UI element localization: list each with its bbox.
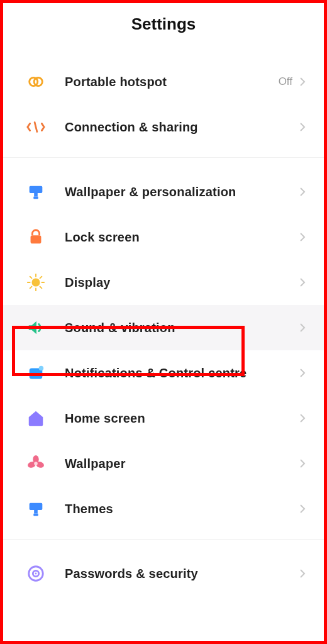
settings-item-wallpaper[interactable]: Wallpaper <box>3 441 324 486</box>
svg-point-20 <box>34 462 38 465</box>
settings-item-connection[interactable]: Connection & sharing <box>3 104 324 150</box>
svg-rect-21 <box>30 503 43 510</box>
svg-point-26 <box>35 573 37 575</box>
settings-item-label: Connection & sharing <box>65 120 299 135</box>
chevron-right-icon <box>299 231 306 243</box>
svg-rect-4 <box>33 197 38 199</box>
svg-line-13 <box>30 287 32 289</box>
settings-item-label: Notifications & Control centre <box>65 366 299 380</box>
header: Settings <box>3 3 324 59</box>
chevron-right-icon <box>299 121 306 133</box>
chevron-right-icon <box>299 567 306 580</box>
lock-icon <box>25 226 47 248</box>
settings-item-label: Wallpaper & personalization <box>65 185 299 199</box>
settings-item-home-screen[interactable]: Home screen <box>3 396 324 441</box>
settings-item-wallpaper-personalization[interactable]: Wallpaper & personalization <box>3 169 324 214</box>
settings-item-value: Off <box>279 75 292 88</box>
svg-rect-3 <box>34 193 38 197</box>
group-divider <box>3 157 324 158</box>
chevron-right-icon <box>299 75 306 88</box>
settings-item-sound[interactable]: Sound & vibration <box>3 305 324 350</box>
chevron-right-icon <box>299 321 306 334</box>
svg-rect-23 <box>33 514 38 516</box>
chevron-right-icon <box>299 276 306 289</box>
settings-item-label: Passwords & security <box>65 567 299 581</box>
settings-item-label: Portable hotspot <box>65 75 279 89</box>
home-icon <box>25 407 47 430</box>
sound-icon <box>25 316 47 339</box>
svg-line-14 <box>40 277 42 279</box>
svg-rect-5 <box>31 235 42 243</box>
settings-item-passwords[interactable]: Passwords & security <box>3 551 324 596</box>
svg-rect-2 <box>30 186 43 193</box>
link-icon <box>25 116 47 138</box>
settings-item-hotspot[interactable]: Portable hotspot Off <box>3 59 324 104</box>
svg-line-12 <box>40 287 42 289</box>
settings-item-display[interactable]: Display <box>3 260 324 305</box>
svg-line-11 <box>30 277 32 279</box>
settings-item-lock-screen[interactable]: Lock screen <box>3 214 324 260</box>
settings-item-label: Lock screen <box>65 230 299 245</box>
hotspot-icon <box>25 70 47 93</box>
settings-item-notifications[interactable]: Notifications & Control centre <box>3 350 324 396</box>
chevron-right-icon <box>299 186 306 198</box>
chevron-right-icon <box>299 367 306 379</box>
page-title: Settings <box>3 14 324 34</box>
chevron-right-icon <box>299 502 306 515</box>
group-divider <box>3 539 324 540</box>
themes-icon <box>25 497 47 520</box>
settings-item-label: Display <box>65 275 299 290</box>
settings-item-label: Wallpaper <box>65 457 299 471</box>
svg-point-6 <box>31 278 40 286</box>
svg-point-16 <box>39 366 44 371</box>
notifications-icon <box>25 362 47 384</box>
settings-item-themes[interactable]: Themes <box>3 486 324 531</box>
flower-icon <box>25 452 47 475</box>
shield-icon <box>25 562 47 585</box>
brush-icon <box>25 180 47 203</box>
settings-item-label: Sound & vibration <box>65 321 299 335</box>
svg-rect-22 <box>34 510 38 514</box>
settings-item-label: Home screen <box>65 411 299 426</box>
chevron-right-icon <box>299 457 306 470</box>
settings-item-label: Themes <box>65 502 299 516</box>
chevron-right-icon <box>299 412 306 425</box>
sun-icon <box>25 271 47 294</box>
